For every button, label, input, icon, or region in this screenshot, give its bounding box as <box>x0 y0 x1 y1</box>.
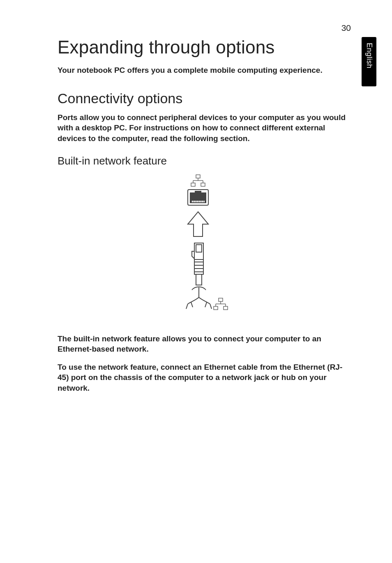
section-paragraph: Ports allow you to connect peripheral de… <box>58 112 351 144</box>
svg-rect-0 <box>196 175 200 178</box>
cable-split-icon <box>186 287 212 309</box>
subsection-heading-network: Built-in network feature <box>58 155 351 167</box>
svg-rect-26 <box>196 274 202 285</box>
svg-rect-10 <box>191 200 205 203</box>
svg-rect-9 <box>195 191 201 194</box>
svg-rect-32 <box>214 306 218 310</box>
section-heading-connectivity: Connectivity options <box>58 90 351 107</box>
svg-rect-20 <box>196 245 202 252</box>
network-diagram-container <box>58 174 351 322</box>
svg-rect-33 <box>224 306 228 310</box>
network-icon-bottom <box>214 298 228 310</box>
network-icon-top <box>191 175 205 186</box>
body-paragraph-2: To use the network feature, connect an E… <box>58 362 345 394</box>
ethernet-port-icon <box>188 190 208 205</box>
svg-rect-6 <box>201 183 205 186</box>
svg-rect-27 <box>219 298 223 301</box>
svg-rect-5 <box>191 183 195 186</box>
up-arrow-icon <box>188 212 208 236</box>
language-tab-label: English <box>365 43 374 69</box>
document-page: 30 English Expanding through options You… <box>0 0 392 563</box>
body-paragraph-1: The built-in network feature allows you … <box>58 334 345 354</box>
ethernet-connection-diagram <box>171 174 237 322</box>
language-tab: English <box>362 37 376 86</box>
intro-paragraph: Your notebook PC offers you a complete m… <box>58 65 351 76</box>
ethernet-cable-connector-icon <box>192 243 203 285</box>
page-number: 30 <box>341 23 351 33</box>
page-title: Expanding through options <box>58 37 351 58</box>
